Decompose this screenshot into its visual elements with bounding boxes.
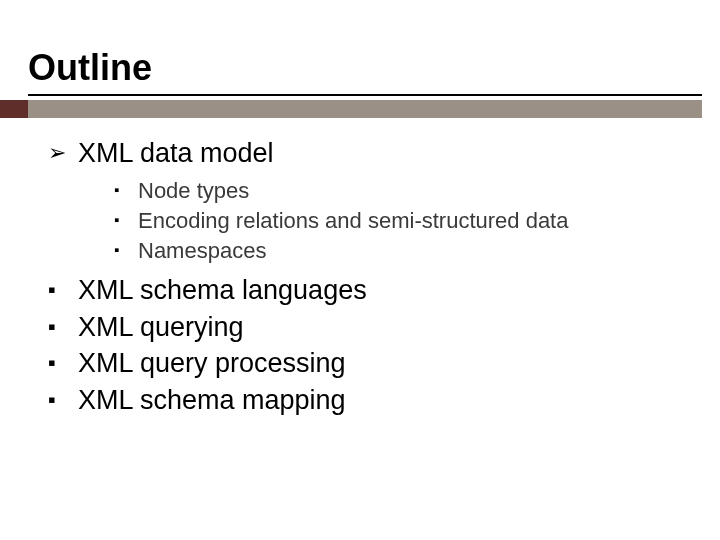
- list-item: ▪ Node types: [114, 176, 692, 206]
- list-item-label: XML query processing: [78, 348, 346, 378]
- square-bullet-icon: ▪: [114, 240, 119, 260]
- list-item-label: XML data model: [78, 138, 274, 168]
- list-item: ▪ XML schema mapping: [48, 383, 692, 418]
- list-item: ➢ XML data model ▪ Node types ▪ Encoding…: [48, 136, 692, 266]
- accent-bar-left: [0, 100, 28, 118]
- title-underline: [28, 94, 702, 96]
- list-item-label: XML schema mapping: [78, 385, 346, 415]
- square-bullet-icon: ▪: [48, 386, 56, 414]
- accent-bar: [0, 100, 702, 118]
- outline-sublist: ▪ Node types ▪ Encoding relations and se…: [114, 176, 692, 265]
- list-item: ▪ Namespaces: [114, 236, 692, 266]
- page-title: Outline: [28, 48, 720, 88]
- list-item: ▪ XML schema languages: [48, 273, 692, 308]
- list-item-label: XML querying: [78, 312, 244, 342]
- slide: Outline ➢ XML data model ▪ Node types ▪ …: [0, 0, 720, 540]
- title-area: Outline: [0, 0, 720, 88]
- list-item-label: Node types: [138, 178, 249, 203]
- list-item-label: Namespaces: [138, 238, 266, 263]
- list-item: ▪ XML querying: [48, 310, 692, 345]
- list-item: ▪ XML query processing: [48, 346, 692, 381]
- accent-bar-right: [28, 100, 702, 118]
- list-item-label: XML schema languages: [78, 275, 367, 305]
- square-bullet-icon: ▪: [48, 313, 56, 341]
- outline-list: ➢ XML data model ▪ Node types ▪ Encoding…: [48, 136, 692, 418]
- list-item-label: Encoding relations and semi-structured d…: [138, 208, 568, 233]
- list-item: ▪ Encoding relations and semi-structured…: [114, 206, 692, 236]
- content-area: ➢ XML data model ▪ Node types ▪ Encoding…: [0, 118, 720, 418]
- square-bullet-icon: ▪: [114, 210, 119, 230]
- square-bullet-icon: ▪: [114, 180, 119, 200]
- accent-bar-wrap: [0, 100, 702, 118]
- square-bullet-icon: ▪: [48, 349, 56, 377]
- arrow-bullet-icon: ➢: [48, 139, 66, 167]
- square-bullet-icon: ▪: [48, 276, 56, 304]
